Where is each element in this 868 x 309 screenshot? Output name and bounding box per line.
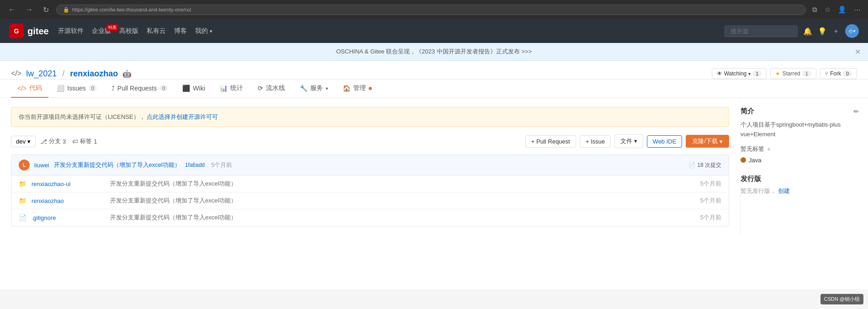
tags-count[interactable]: 🏷 标签 1 [72,137,97,145]
tag-label: 暂无标签 [741,145,764,153]
file-time: 5个月前 [685,197,721,205]
language-dot [741,157,746,163]
brand-name: gitee [27,26,49,37]
file-name-link[interactable]: .gitignore [32,214,105,221]
tab-services[interactable]: 🔧 服务 ▾ [293,80,334,98]
tab-code[interactable]: </> 代码 [11,80,48,98]
folder-icon: 📁 [19,180,26,187]
nav-private[interactable]: 私有云 [147,27,166,35]
more-icon[interactable]: ⋯ [852,5,863,15]
user-avatar[interactable]: 小 ▾ [845,24,859,38]
folder-icon: 📁 [19,197,26,204]
edit-intro-icon[interactable]: ✏ [853,108,859,115]
repo-name-link[interactable]: renxiaozhao [70,69,118,79]
branch-chevron: ▾ [27,138,31,145]
commit-bar: L liuwei 开发分支重新提交代码（增加了导入excel功能） 1fa6ad… [11,154,729,176]
services-icon: 🔧 [300,85,307,92]
star-button[interactable]: ★ Starred 1 [770,68,816,79]
commit-time: 5个月前 [211,161,232,169]
tab-pull-requests[interactable]: ⤴ Pull Requests 0 [105,80,175,98]
file-commit-msg: 开发分支重新提交代码（增加了导入excel功能） [110,197,679,205]
bell-icon[interactable]: 🔔 [803,27,812,36]
table-row: 📁 renxiaozhao 开发分支重新提交代码（增加了导入excel功能） 5… [11,192,729,209]
clone-button[interactable]: 克隆/下载 ▾ [686,135,729,148]
branch-selector[interactable]: dev ▾ [11,136,36,147]
repo-tabs: </> 代码 ⬜ Issues 0 ⤴ Pull Requests 0 ⬛ Wi… [0,80,868,98]
add-tag-icon[interactable]: + [767,145,771,153]
releases-none: 暂无发行版， 创建 [741,187,859,195]
tab-stats[interactable]: 📊 统计 [213,80,249,98]
nav-opensource[interactable]: 开源软件 [58,27,84,35]
extensions-icon[interactable]: ⧉ [810,5,819,15]
issues-icon: ⬜ [57,85,64,92]
admin-badge [369,87,372,90]
repo-owner-link[interactable]: lw_2021 [26,69,57,79]
sidebar: 简介 ✏ 个人项目基于springboot+mybatis-plus vue+E… [740,98,868,235]
tab-admin[interactable]: 🏠 管理 [336,80,378,98]
profile-icon[interactable]: 👤 [836,5,848,15]
watching-label: Watching [724,70,747,77]
tags-section: 暂无标签 + [741,145,771,153]
repo-actions: 👁 Watching ▾ 1 ★ Starred 1 ⑂ Fork 0 [712,68,857,79]
commit-message[interactable]: 开发分支重新提交代码（增加了导入excel功能） [54,161,180,169]
fork-button[interactable]: ⑂ Fork 0 [820,68,857,79]
browser-toolbar: ⧉ ☆ 👤 ⋯ [810,5,863,15]
file-name-link[interactable]: renxiaozhao [32,197,105,204]
table-row: 📁 renxiaozhao-ui 开发分支重新提交代码（增加了导入excel功能… [11,176,729,192]
branches-count[interactable]: ⎇ 分支 3 [40,137,66,145]
commit-author[interactable]: liuwei [34,162,49,169]
gitee-search-area: 🔔 💡 ＋ 小 ▾ [725,24,859,38]
search-input[interactable] [725,26,798,37]
webide-button[interactable]: Web IDE [647,135,683,148]
fork-label: Fork [830,70,841,77]
announcement-banner: OSCHINA & Gitee 联合呈现，《2023 中国开源开发者报告》正式发… [0,43,868,61]
nav-university[interactable]: 高校版 [119,27,138,35]
file-button[interactable]: 文件 ▾ [614,134,643,148]
stats-icon: 📊 [220,85,228,92]
pipeline-icon: ⟳ [258,85,263,92]
browser-chrome: ← → ↻ 🔒 https://gitee.com/lw-two-thousan… [0,0,868,19]
language-badge: Java [741,157,859,164]
issue-button[interactable]: + Issue [580,135,611,148]
pull-request-button[interactable]: + Pull Request [525,135,576,148]
forward-button[interactable]: → [23,4,36,16]
star-icon: ★ [775,70,780,77]
nav-mine[interactable]: 我的 ▾ [195,27,212,35]
gitee-navbar: G gitee 开源软件 企业版 特惠 高校版 私有云 博客 我的 ▾ 🔔 💡 … [0,19,868,43]
gitee-logo[interactable]: G gitee [9,24,49,38]
file-name-link[interactable]: renxiaozhao-ui [32,181,105,187]
license-link[interactable]: 点此选择并创建开源许可可 [147,113,218,120]
tab-issues[interactable]: ⬜ Issues 0 [50,80,103,98]
starred-label: Starred [782,70,800,77]
tag-icon: 🏷 [72,138,78,145]
close-banner-button[interactable]: ✕ [855,48,861,56]
history-icon: 📄 [688,162,695,168]
fork-icon: ⑂ [825,70,828,77]
license-banner: 你当前开源项目尚未选择许可证（LICENSE）， 点此选择并创建开源许可可 [11,107,729,127]
table-row: 📄 .gitignore 开发分支重新提交代码（增加了导入excel功能） 5个… [11,209,729,226]
back-button[interactable]: ← [5,4,18,16]
commit-hash[interactable]: 1fa6add [185,162,205,168]
branch-name: dev [16,138,26,145]
starred-count: 1 [802,70,811,77]
intro-title: 简介 ✏ [741,107,859,116]
pr-badge: 0 [159,85,168,91]
main-content: 你当前开源项目尚未选择许可证（LICENSE）， 点此选择并创建开源许可可 de… [0,98,740,235]
nav-blog[interactable]: 博客 [174,27,187,35]
bookmark-icon[interactable]: ☆ [823,5,832,15]
refresh-button[interactable]: ↻ [40,4,52,16]
tab-pipeline[interactable]: ⟳ 流水线 [251,80,291,98]
tab-wiki[interactable]: ⬛ Wiki [176,80,211,98]
create-release-link[interactable]: 创建 [778,187,790,194]
bulb-icon[interactable]: 💡 [818,27,827,36]
wiki-icon: ⬛ [182,85,190,92]
language-label: Java [749,157,761,164]
watching-button[interactable]: 👁 Watching ▾ 1 [712,68,767,79]
nav-enterprise[interactable]: 企业版 特惠 [92,27,111,35]
address-bar[interactable]: 🔒 https://gitee.com/lw-two-thousand-and-… [56,5,806,15]
file-table: 📁 renxiaozhao-ui 开发分支重新提交代码（增加了导入excel功能… [11,176,729,226]
pr-icon: ⤴ [111,85,115,92]
plus-icon[interactable]: ＋ [832,27,840,36]
file-icon: 📄 [19,214,26,221]
fork-count: 0 [843,70,852,77]
